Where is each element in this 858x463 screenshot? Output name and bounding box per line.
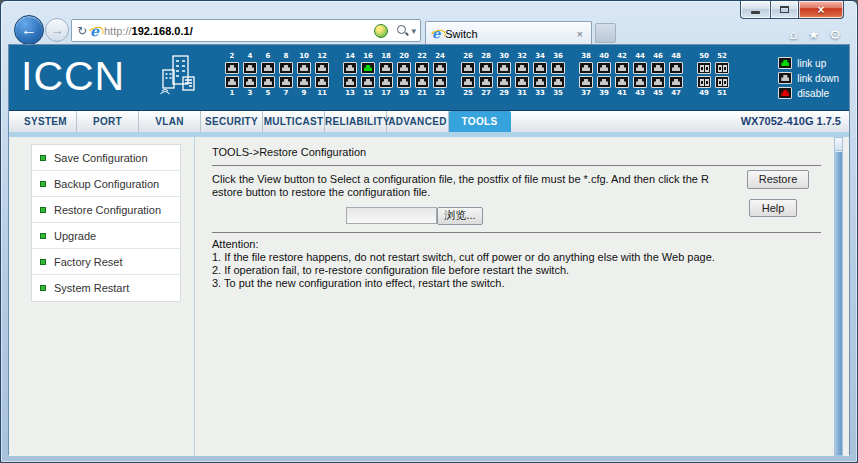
port-8-icon[interactable] [279,62,293,74]
port-32-icon[interactable] [515,62,529,74]
port-20-icon[interactable] [397,62,411,74]
help-button[interactable]: Help [749,199,797,217]
home-icon[interactable]: ⌂ [789,27,797,42]
port-30-icon[interactable] [497,62,511,74]
tab-vlan[interactable]: VLAN [139,111,201,132]
tab-multicast[interactable]: MULTICAST [263,111,325,132]
sidebar-item-system-restart[interactable]: System Restart [32,275,180,301]
sidebar-item-upgrade[interactable]: Upgrade [32,223,180,249]
port-numbers-top: 141618202224 [343,52,447,61]
browser-chrome: ← → ↻ e http://192.168.0.1/ ▾ e Switch ×… [1,1,857,45]
port-icons-top [225,62,329,74]
port-39-icon[interactable] [597,76,611,88]
refresh-icon[interactable]: ↻ [77,24,87,38]
search-icon[interactable] [396,24,409,37]
port-24-icon[interactable] [433,62,447,74]
port-52-icon[interactable] [715,62,729,74]
close-button[interactable]: × [798,1,844,19]
tab-security[interactable]: SECURITY [201,111,263,132]
port-26-icon[interactable] [461,62,475,74]
port-4-icon[interactable] [243,62,257,74]
port-28-icon[interactable] [479,62,493,74]
port-numbers-top: 5052 [697,52,729,61]
port-33-icon[interactable] [533,76,547,88]
go-refresh-icon[interactable] [374,24,388,38]
port-25-icon[interactable] [461,76,475,88]
port-9-icon[interactable] [297,76,311,88]
scrollbar-thumb[interactable] [835,152,842,455]
file-path-input[interactable] [346,207,437,224]
settings-gear-icon[interactable]: ⚙ [829,27,841,42]
sidebar-item-label: Factory Reset [54,256,122,268]
forward-button[interactable]: → [45,18,69,42]
port-27-icon[interactable] [479,76,493,88]
port-35-icon[interactable] [551,76,565,88]
restore-button[interactable]: Restore [747,170,809,189]
tab-close-icon[interactable]: × [575,28,585,40]
url-text[interactable]: http://192.168.0.1/ [104,25,374,37]
address-bar[interactable]: ↻ e http://192.168.0.1/ ▾ [71,19,421,42]
port-49-icon[interactable] [697,76,711,88]
port-23-icon[interactable] [433,76,447,88]
tab-reliability[interactable]: RELIABILITY [325,111,387,132]
port-37-icon[interactable] [579,76,593,88]
port-41-icon[interactable] [615,76,629,88]
port-50-icon[interactable] [697,62,711,74]
port-19-icon[interactable] [397,76,411,88]
port-15-icon[interactable] [361,76,375,88]
legend-item-disable: disable [778,86,839,100]
port-2-icon[interactable] [225,62,239,74]
search-dropdown-icon[interactable]: ▾ [411,26,416,36]
port-number: 4 [243,52,257,61]
port-43-icon[interactable] [633,76,647,88]
port-17-icon[interactable] [379,76,393,88]
maximize-button[interactable] [770,1,798,19]
port-7-icon[interactable] [279,76,293,88]
port-3-icon[interactable] [243,76,257,88]
port-6-icon[interactable] [261,62,275,74]
port-16-icon[interactable] [361,62,375,74]
port-13-icon[interactable] [343,76,357,88]
port-21-icon[interactable] [415,76,429,88]
new-tab-button[interactable] [595,23,616,43]
port-29-icon[interactable] [497,76,511,88]
port-18-icon[interactable] [379,62,393,74]
browse-button[interactable]: 浏览... [437,207,483,225]
port-10-icon[interactable] [297,62,311,74]
back-button[interactable]: ← [14,15,44,45]
port-11-icon[interactable] [315,76,329,88]
port-44-icon[interactable] [633,62,647,74]
sidebar-item-backup-configuration[interactable]: Backup Configuration [32,171,180,197]
port-36-icon[interactable] [551,62,565,74]
sidebar-item-save-configuration[interactable]: Save Configuration [32,145,180,171]
port-51-icon[interactable] [715,76,729,88]
port-45-icon[interactable] [651,76,665,88]
port-48-icon[interactable] [669,62,683,74]
port-12-icon[interactable] [315,62,329,74]
port-42-icon[interactable] [615,62,629,74]
port-38-icon[interactable] [579,62,593,74]
port-number: 26 [461,52,475,61]
browser-tab[interactable]: e Switch × [425,21,592,45]
port-31-icon[interactable] [515,76,529,88]
minimize-button[interactable] [740,1,770,19]
tab-system[interactable]: SYSTEM [15,111,77,132]
port-14-icon[interactable] [343,62,357,74]
favorites-star-icon[interactable]: ★ [808,27,820,42]
tab-port[interactable]: PORT [77,111,139,132]
tab-advanced[interactable]: ADVANCED [387,111,449,132]
port-number: 39 [597,89,611,98]
port-1-icon[interactable] [225,76,239,88]
vertical-scrollbar[interactable] [834,137,843,456]
port-22-icon[interactable] [415,62,429,74]
tab-tools[interactable]: TOOLS [449,111,511,132]
port-47-icon[interactable] [669,76,683,88]
scrollbar-up-arrow[interactable] [835,138,842,151]
port-34-icon[interactable] [533,62,547,74]
port-40-icon[interactable] [597,62,611,74]
port-46-icon[interactable] [651,62,665,74]
sidebar-item-factory-reset[interactable]: Factory Reset [32,249,180,275]
port-5-icon[interactable] [261,76,275,88]
port-number: 27 [479,89,493,98]
sidebar-item-restore-configuration[interactable]: Restore Configuration [32,197,180,223]
